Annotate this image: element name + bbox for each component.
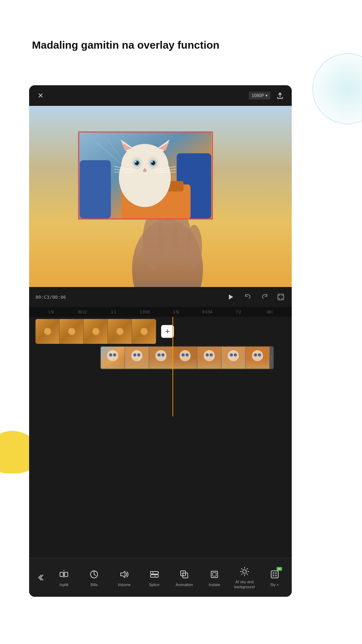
- svg-point-82: [243, 570, 246, 573]
- toolbar-item-isolate[interactable]: Isolate: [202, 568, 227, 587]
- svg-point-49: [180, 350, 191, 361]
- svg-point-5: [186, 225, 202, 267]
- overlay-thumb-2: [125, 347, 149, 369]
- toolbar-item-bills[interactable]: Bills: [81, 568, 107, 587]
- svg-rect-80: [211, 571, 218, 578]
- track-thumb-5: [132, 319, 156, 344]
- overlay-thumb-4: [173, 347, 197, 369]
- toolbar-item-ai-sky[interactable]: AI sky andbackground: [232, 565, 257, 589]
- page-title: Madaling gamitin na overlay function: [32, 39, 219, 51]
- close-button[interactable]: ✕: [35, 91, 45, 101]
- split-label: Ispliit: [60, 583, 68, 587]
- back-button[interactable]: [31, 563, 49, 592]
- playback-bar: 00:C3/00:06: [29, 287, 292, 307]
- svg-line-87: [241, 569, 242, 569]
- toolbar-item-style[interactable]: AI Sly <: [262, 568, 287, 587]
- svg-point-23: [135, 161, 137, 163]
- ai-badge: AI: [276, 567, 282, 571]
- add-track-button[interactable]: +: [161, 325, 174, 338]
- export-button[interactable]: [275, 90, 285, 101]
- undo-button[interactable]: [243, 292, 253, 302]
- track-thumb-4: [108, 319, 132, 344]
- svg-point-50: [181, 353, 185, 357]
- ruler-mark: 1:1: [98, 310, 129, 314]
- svg-point-61: [252, 350, 263, 361]
- ruler-mark: 1:5i: [160, 310, 192, 314]
- ruler-marks: 1:5i 00:12 1:1 1:0:03 1:5i 0:0:54 7:2 00…: [35, 310, 285, 314]
- svg-point-47: [161, 353, 165, 357]
- redo-button[interactable]: [260, 292, 269, 302]
- bills-icon: [88, 568, 100, 580]
- volume-icon: [118, 568, 130, 580]
- main-track-row: +: [29, 317, 292, 346]
- svg-point-58: [230, 353, 233, 357]
- svg-rect-95: [275, 575, 277, 577]
- toolbar-item-volume[interactable]: Volume: [111, 568, 137, 587]
- svg-rect-91: [271, 571, 278, 578]
- svg-rect-66: [65, 572, 68, 577]
- svg-point-55: [210, 353, 213, 357]
- split-icon: [58, 568, 70, 580]
- overlay-thumb-5: [197, 347, 221, 369]
- overlay-video-track[interactable]: ⋮: [100, 346, 274, 369]
- isolate-icon: [208, 568, 220, 580]
- handle-dots: ⋮: [269, 356, 274, 360]
- resolution-badge[interactable]: 1080P ▾: [249, 92, 270, 99]
- svg-marker-34: [229, 294, 233, 299]
- overlay-thumb-1: [101, 347, 125, 369]
- isolate-label: Isolate: [209, 583, 220, 587]
- svg-rect-92: [273, 572, 274, 574]
- overlay-track-handle[interactable]: ⋮: [270, 347, 273, 369]
- ai-sky-icon: [238, 565, 251, 578]
- bottom-toolbar: Ispliit Bills: [29, 558, 292, 597]
- video-preview: [29, 106, 292, 287]
- top-bar: ✕ 1080P ▾: [29, 85, 292, 106]
- timeline-ruler: 1:5i 00:12 1:1 1:0:03 1:5i 0:0:54 7:2 00…: [29, 307, 292, 317]
- overlay-clip[interactable]: [78, 131, 213, 220]
- svg-point-24: [152, 161, 153, 163]
- time-display: 00:C3/00:06: [35, 294, 66, 300]
- main-video-track[interactable]: [35, 319, 156, 344]
- playback-controls: [225, 291, 285, 303]
- overlay-thumb-6: [221, 347, 246, 369]
- ai-sky-label: AI sky andbackground: [234, 580, 255, 589]
- svg-point-53: [204, 350, 215, 361]
- app-window: ✕ 1080P ▾: [29, 85, 292, 597]
- bills-label: Bills: [90, 583, 98, 587]
- svg-line-88: [247, 574, 247, 575]
- splice-icon: [148, 568, 160, 580]
- svg-point-39: [113, 353, 116, 357]
- ruler-mark: 1:0:03: [129, 310, 160, 314]
- decorative-circle: [312, 53, 362, 124]
- svg-rect-93: [275, 572, 277, 574]
- tracks-container: +: [29, 317, 292, 416]
- svg-rect-65: [60, 572, 63, 577]
- svg-point-46: [157, 353, 160, 357]
- style-icon: AI: [269, 568, 281, 580]
- svg-rect-35: [278, 294, 284, 300]
- svg-point-51: [186, 353, 189, 357]
- toolbar-item-animation[interactable]: Animation: [171, 568, 197, 587]
- play-button[interactable]: [225, 291, 236, 303]
- overlay-thumb-3: [149, 347, 173, 369]
- svg-point-59: [234, 353, 237, 357]
- svg-rect-81: [213, 573, 216, 576]
- overlay-thumb-7: [246, 347, 270, 369]
- ruler-mark: 0:0:54: [192, 310, 223, 314]
- svg-rect-7: [80, 160, 111, 218]
- ruler-mark: 00:i: [254, 310, 285, 314]
- svg-point-63: [258, 353, 261, 357]
- svg-point-45: [155, 350, 166, 361]
- top-bar-right: 1080P ▾: [249, 90, 285, 101]
- toolbar-item-split[interactable]: Ispliit: [51, 568, 77, 587]
- svg-point-54: [205, 353, 209, 357]
- svg-rect-94: [273, 575, 274, 577]
- resolution-chevron: ▾: [265, 93, 268, 98]
- track-thumb-1: [35, 319, 60, 344]
- volume-label: Volume: [118, 583, 131, 587]
- track-thumb-2: [60, 319, 84, 344]
- toolbar-item-splice[interactable]: Splice: [142, 568, 167, 587]
- splice-label: Splice: [149, 583, 160, 587]
- svg-point-42: [133, 353, 136, 357]
- fullscreen-button[interactable]: [276, 292, 285, 302]
